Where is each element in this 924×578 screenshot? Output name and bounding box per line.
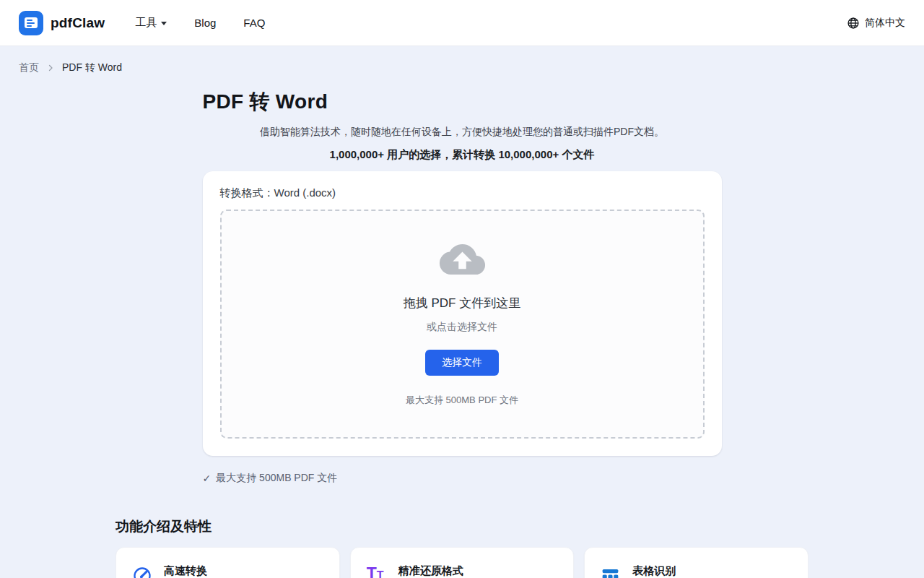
language-label: 简体中文 [865, 17, 905, 30]
drop-subtitle: 或点击选择文件 [236, 321, 689, 334]
hero-section: PDF 转 Word 借助智能算法技术，随时随地在任何设备上，方便快捷地处理您的… [203, 88, 722, 162]
feature-title: 高速转换 [164, 564, 323, 578]
nav-tools-label: 工具 [135, 16, 157, 30]
support-note-text: 最大支持 500MB PDF 文件 [216, 472, 337, 485]
format-label: 转换格式：Word (.docx) [220, 186, 705, 200]
size-hint: 最大支持 500MB PDF 文件 [236, 394, 689, 407]
typography-icon: TT [367, 564, 388, 578]
feature-card-body: 精准还原格式 文字、段落、字体样式高度还原，大幅减少转换后的手动调整。 [398, 564, 558, 578]
cloud-upload-icon [236, 241, 689, 277]
page-subtitle: 借助智能算法技术，随时随地在任何设备上，方便快捷地处理您的普通或扫描件PDF文档… [203, 126, 722, 139]
nav-blog-label: Blog [194, 17, 216, 29]
globe-icon [847, 17, 860, 30]
choose-file-button[interactable]: 选择文件 [425, 350, 499, 376]
header: pdfClaw 工具 Blog FAQ 简体中文 [0, 0, 924, 46]
drop-title: 拖拽 PDF 文件到这里 [236, 295, 689, 311]
breadcrumb-current: PDF 转 Word [62, 61, 122, 74]
usage-stats: 1,000,000+ 用户的选择，累计转换 10,000,000+ 个文件 [203, 148, 722, 162]
brand-name: pdfClaw [51, 15, 105, 31]
check-icon: ✓ [203, 473, 212, 484]
main-nav: 工具 Blog FAQ [135, 16, 265, 30]
file-dropzone[interactable]: 拖拽 PDF 文件到这里 或点击选择文件 选择文件 最大支持 500MB PDF… [220, 210, 705, 439]
breadcrumb-home-link[interactable]: 首页 [19, 61, 39, 74]
caret-down-icon [161, 22, 167, 25]
features-heading: 功能介绍及特性 [116, 517, 808, 536]
features-section: 功能介绍及特性 高速转换 绝大多数 PDF 在 30 秒内完成转换，即传即转，无… [116, 517, 808, 578]
pdf-document-icon [19, 11, 43, 35]
breadcrumb: 首页 PDF 转 Word [0, 46, 924, 74]
feature-title: 表格识别 [632, 564, 792, 578]
nav-faq-label: FAQ [243, 17, 265, 29]
feature-card-speed: 高速转换 绝大多数 PDF 在 30 秒内完成转换，即传即转，无需排队等待。 [116, 547, 340, 578]
feature-card-body: 高速转换 绝大多数 PDF 在 30 秒内完成转换，即传即转，无需排队等待。 [164, 564, 323, 578]
feature-card-body: 表格识别 自动识别并还原 PDF 中的表格结构，行列数据清晰对应。 [632, 564, 792, 578]
feature-title: 精准还原格式 [398, 564, 558, 578]
feature-grid: 高速转换 绝大多数 PDF 在 30 秒内完成转换，即传即转，无需排队等待。 T… [116, 547, 808, 578]
language-switcher[interactable]: 简体中文 [847, 17, 905, 30]
nav-item-tools[interactable]: 工具 [135, 16, 167, 30]
table-icon [601, 564, 622, 578]
feature-card-format: TT 精准还原格式 文字、段落、字体样式高度还原，大幅减少转换后的手动调整。 [350, 547, 575, 578]
upload-card: 转换格式：Word (.docx) 拖拽 PDF 文件到这里 或点击选择文件 选… [203, 171, 722, 456]
brand-logo[interactable]: pdfClaw [19, 11, 105, 35]
feature-card-table: 表格识别 自动识别并还原 PDF 中的表格结构，行列数据清晰对应。 [584, 547, 808, 578]
chevron-right-icon [46, 64, 55, 72]
page-title: PDF 转 Word [203, 88, 722, 116]
nav-item-faq[interactable]: FAQ [243, 17, 265, 29]
nav-item-blog[interactable]: Blog [194, 17, 216, 29]
support-note: ✓ 最大支持 500MB PDF 文件 [203, 472, 722, 485]
speedometer-icon [132, 564, 154, 578]
